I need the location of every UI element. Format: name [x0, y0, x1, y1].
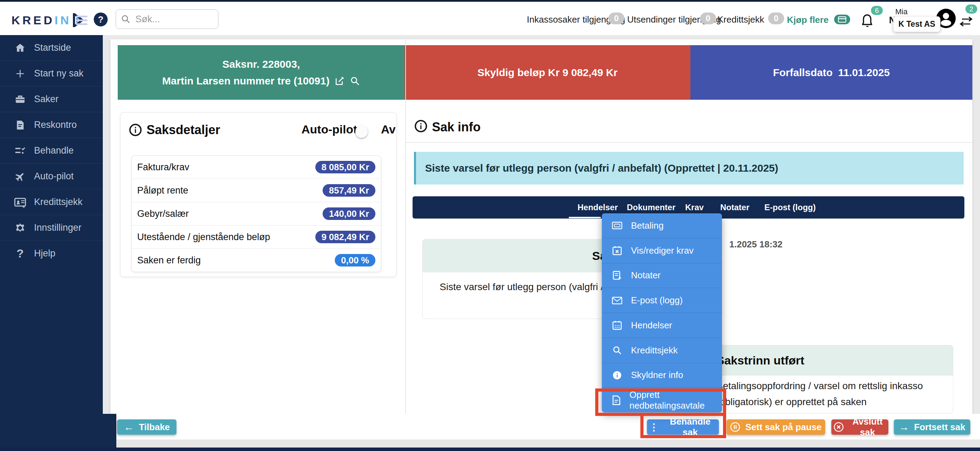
event-body-line: Betalingsoppfordring / varsel om rettsli… — [716, 381, 923, 392]
buy-more-link[interactable]: Kjøp flere — [787, 14, 829, 25]
arrow-right-icon: → — [899, 421, 909, 433]
table-row: Saken er ferdig 0,00 % — [132, 249, 381, 272]
pause-icon — [730, 422, 740, 432]
account-chip[interactable]: K Test AS — [893, 16, 940, 32]
row-value-pill: 0,00 % — [335, 254, 375, 266]
menu-item-vis-rediger-krav[interactable]: Vis/rediger krav — [602, 238, 722, 263]
counter-label-kredittsjekk: Kredittsjekk — [718, 14, 764, 25]
debtor-line: Martin Larsen nummer tre (10091) — [162, 75, 329, 87]
sidebar-bottom-patch — [103, 414, 117, 451]
menu-item-label: Hendelser — [631, 320, 672, 331]
arrow-left-icon: ← — [124, 421, 134, 433]
counter-badge-kredittsjekk: 0 — [768, 13, 784, 24]
search-case-icon[interactable] — [350, 76, 360, 86]
autopilot-state: Av — [381, 123, 396, 136]
search-input[interactable] — [135, 14, 213, 25]
due-date-banner: Forfallsdato 11.01.2025 — [690, 45, 972, 100]
help-icon[interactable]: ? — [94, 13, 108, 26]
list-check-icon — [13, 145, 27, 157]
case-number-line: Saksnr. 228003, — [222, 58, 300, 70]
sidebar-item-kredittsjekk[interactable]: Kredittsjekk — [0, 190, 103, 215]
row-value-pill: 857,49 Kr — [323, 184, 375, 197]
table-row: Gebyr/salær 140,00 Kr — [132, 202, 381, 225]
back-button[interactable]: ← Tilbake — [117, 419, 177, 435]
menu-item-hendelser[interactable]: Hendelser — [602, 313, 722, 338]
calendar-x-icon — [611, 245, 623, 256]
user-name: Mia — [895, 7, 907, 16]
sidebar-item-label: Reskontro — [34, 120, 77, 130]
sidebar-item-label: Start ny sak — [34, 68, 84, 79]
menu-item-skyldner-info[interactable]: Skyldner info — [602, 363, 722, 388]
sidebar-item-innstillinger[interactable]: Innstillinger — [0, 215, 103, 241]
event-card-header: Sakstrinn utført — [711, 345, 953, 376]
close-case-button[interactable]: Avslutt sak — [831, 419, 888, 435]
notifications-badge: 6 — [871, 6, 883, 15]
id-card-icon — [13, 196, 27, 208]
logo-text-in: IN — [54, 14, 71, 27]
search-icon — [121, 14, 130, 24]
hamburger-menu-icon[interactable] — [76, 16, 88, 25]
row-label: Saken er ferdig — [137, 255, 201, 266]
row-value-pill: 8 085,00 Kr — [315, 161, 375, 174]
sidebar-item-reskontro[interactable]: Reskontro — [0, 112, 103, 138]
briefcase-icon — [13, 94, 27, 105]
row-value-pill: 140,00 Kr — [323, 207, 375, 220]
info-icon — [129, 123, 142, 137]
magnifier-icon — [611, 345, 623, 356]
bell-icon[interactable] — [861, 14, 874, 28]
sidebar-item-saker[interactable]: Saker — [0, 86, 103, 112]
menu-item-label: Skyldner info — [631, 370, 683, 381]
kredin-logo[interactable]: KREDIN — [11, 13, 84, 27]
behandle-sak-label: Behandle sak — [663, 416, 717, 438]
amount-due-text: Skyldig beløp Kr 9 082,49 Kr — [477, 67, 618, 78]
edit-icon[interactable] — [334, 76, 345, 86]
status-banner: Siste varsel før utlegg person (valgfri … — [414, 152, 964, 185]
sidebar-item-hjelp[interactable]: ? Hjelp — [0, 241, 103, 266]
menu-item-kredittsjekk[interactable]: Kredittsjekk — [602, 338, 722, 363]
panel-divider — [405, 39, 406, 414]
note-add-icon — [611, 270, 623, 281]
case-details-title: Saksdetaljer — [146, 123, 220, 137]
plane-icon — [13, 171, 27, 182]
tab-krav[interactable]: Krav — [685, 202, 703, 212]
credit-card-icon[interactable] — [834, 14, 850, 24]
sidebar-item-auto-pilot[interactable]: Auto-pilot — [0, 164, 103, 190]
behandle-sak-button[interactable]: ⋮ Behandle sak — [647, 419, 719, 435]
sidebar: Startside Start ny sak Saker Reskontro B… — [0, 35, 103, 451]
event-body-line: (obligatorisk) er opprettet på saken — [716, 397, 867, 408]
menu-item-betaling[interactable]: Betaling — [602, 214, 722, 238]
event-timestamp: 1.2025 18:32 — [729, 239, 783, 250]
tab-epost-logg[interactable]: E-post (logg) — [764, 202, 816, 212]
gear-icon — [13, 222, 27, 234]
menu-item-label: Betaling — [631, 220, 663, 231]
autopilot-label: Auto-pilot — [301, 123, 357, 136]
continue-case-button[interactable]: → Fortsett sak — [894, 419, 970, 435]
tab-notater[interactable]: Notater — [720, 202, 749, 212]
amount-due-banner: Skyldig beløp Kr 9 082,49 Kr — [404, 45, 690, 100]
menu-item-opprett-nedbetalingsavtale[interactable]: Opprett nedbetalingsavtale — [602, 387, 722, 413]
menu-item-notater[interactable]: Notater — [602, 263, 722, 288]
switch-account-badge: 2 — [966, 5, 977, 14]
document-icon — [13, 120, 27, 131]
sidebar-item-start-ny-sak[interactable]: Start ny sak — [0, 61, 103, 86]
menu-item-epost-logg[interactable]: E-post (logg) — [602, 288, 722, 313]
tab-dokumenter[interactable]: Dokumenter — [627, 202, 675, 212]
plus-icon — [13, 68, 27, 79]
row-label: Påløpt rente — [137, 185, 188, 196]
event-title: Sakstrinn utført — [716, 354, 804, 367]
sidebar-item-behandle[interactable]: Behandle — [0, 138, 103, 164]
top-bar: KREDIN ? Inkassosaker tilgjengelig 0 Uts… — [0, 2, 980, 35]
menu-item-label: Notater — [631, 270, 660, 281]
sidebar-item-startside[interactable]: Startside — [0, 35, 103, 61]
banknote-icon — [611, 220, 623, 231]
sidebar-item-label: Startside — [34, 42, 71, 53]
row-label: Utestående / gjenstående beløp — [137, 232, 270, 242]
pause-case-button[interactable]: Sett sak på pause — [727, 419, 825, 435]
event-card-body: Betalingsoppfordring / varsel om rettsli… — [711, 376, 953, 413]
switch-account-icon[interactable] — [958, 16, 974, 27]
status-banner-text: Siste varsel før utlegg person (valgfri … — [425, 162, 778, 174]
sidebar-item-label: Kredittsjekk — [34, 197, 83, 207]
menu-item-label: Opprett nedbetalingsavtale — [629, 389, 722, 411]
tab-hendelser[interactable]: Hendelser — [578, 202, 618, 212]
calendar-icon — [611, 320, 623, 331]
